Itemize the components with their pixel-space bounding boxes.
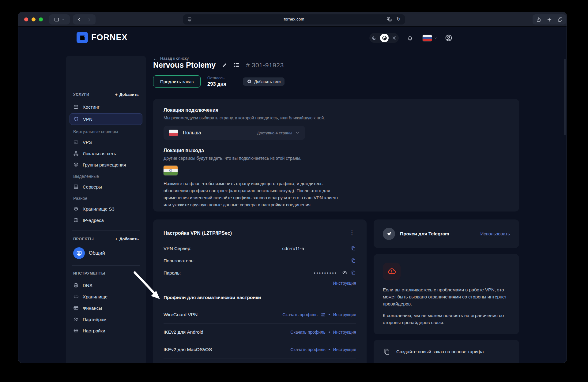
cloud-icon xyxy=(73,294,79,299)
download-profile-link[interactable]: Скачать профиль xyxy=(282,312,317,317)
country-selector[interactable]: Польша Доступно 4 страны xyxy=(164,126,305,140)
user-label: Пользователь: xyxy=(164,258,195,263)
light-theme-sun-icon[interactable] xyxy=(392,36,397,40)
divider xyxy=(72,265,140,266)
add-service-button[interactable]: + Добавить xyxy=(115,92,139,97)
instruction-link[interactable]: Инструкция xyxy=(333,347,356,352)
divider xyxy=(72,230,140,231)
profile-row-ikev2-android: IKEv2 для Android Скачать профиль • Инст… xyxy=(164,328,356,337)
sidebar-item-partners[interactable]: Партнёрам xyxy=(73,314,139,324)
copy-icon[interactable] xyxy=(351,258,356,263)
page-scrollbar[interactable] xyxy=(564,59,566,135)
new-tab-icon[interactable] xyxy=(547,17,552,22)
reload-icon[interactable]: ↻ xyxy=(397,16,401,22)
sidebar-item-project-common[interactable]: Общий xyxy=(73,246,139,260)
browser-window: fornex.com ↻ FORNEX xyxy=(18,12,567,363)
instruction-link[interactable]: Инструкция xyxy=(333,312,356,317)
back-nav-button[interactable] xyxy=(77,17,82,22)
india-flag-button[interactable] xyxy=(164,166,178,175)
plus-circle-icon xyxy=(247,79,252,84)
download-profile-link[interactable]: Скачать профиль xyxy=(290,347,325,352)
sidebar-item-vps[interactable]: VPS xyxy=(73,137,139,147)
instruction-link[interactable]: Инструкция xyxy=(333,281,356,286)
instruction-link[interactable]: Инструкция xyxy=(333,330,356,335)
add-tags-button[interactable]: Добавить теги xyxy=(243,77,285,86)
sidebar-item-settings[interactable]: Настройки xyxy=(73,326,139,335)
order-title: Nervous Ptolemy xyxy=(153,61,216,69)
order-id: # 301-91923 xyxy=(246,62,284,69)
box-icon xyxy=(73,206,79,212)
shield-icon xyxy=(74,116,79,122)
copy-icon[interactable] xyxy=(351,270,356,275)
add-project-button[interactable]: + Добавить xyxy=(115,236,139,242)
address-bar[interactable]: fornex.com ↻ xyxy=(183,14,405,24)
zoom-window-button[interactable] xyxy=(39,17,43,21)
sidebar-toggle-button[interactable] xyxy=(49,14,70,24)
kebab-menu-icon[interactable]: ⋮ xyxy=(348,230,356,235)
notifications-bell-icon[interactable] xyxy=(407,35,413,41)
window-actions-group xyxy=(533,14,566,24)
password-label: Пароль: xyxy=(164,270,181,275)
selected-country: Польша xyxy=(183,130,201,136)
exit-location-desc: Другие сервисы будут видеть, что вы подк… xyxy=(164,156,509,161)
remaining-value: 293 дня xyxy=(207,81,226,87)
server-label: VPN Сервер: xyxy=(164,246,191,251)
user-profile-icon[interactable] xyxy=(445,34,453,42)
telegram-proxy-title: Прокси для Telegram xyxy=(400,231,449,237)
language-selector[interactable] xyxy=(423,35,437,41)
sidebar-item-placement-groups[interactable]: Группы размещения xyxy=(73,160,139,170)
tools-section-header: ИНСТРУМЕНТЫ xyxy=(73,271,105,275)
share-icon[interactable] xyxy=(536,17,541,22)
url-text[interactable]: fornex.com xyxy=(183,17,405,21)
order-actions-row: Продлить заказ Осталось 293 дня Добавить… xyxy=(153,75,285,88)
history-nav-group xyxy=(73,14,96,24)
list-icon[interactable] xyxy=(233,62,240,68)
sidebar-item-servers[interactable]: Серверы xyxy=(73,182,139,192)
translate-icon[interactable] xyxy=(386,17,392,22)
services-section-header: УСЛУГИ xyxy=(73,92,89,97)
sidebar-item-dns[interactable]: DNS xyxy=(73,280,139,290)
profile-row-wireguard: WireGuard VPN Скачать профиль • Инструкц… xyxy=(164,310,356,319)
minimize-window-button[interactable] xyxy=(32,17,36,21)
people-icon xyxy=(73,316,79,322)
sidebar-item-local-network[interactable]: Локальная сеть xyxy=(73,148,139,158)
sidebar-item-s3-storage[interactable]: Хранилище S3 xyxy=(73,204,139,214)
auto-theme-active[interactable] xyxy=(380,34,389,42)
dark-theme-moon-icon[interactable] xyxy=(371,35,377,41)
edit-pencil-icon[interactable] xyxy=(222,62,227,68)
use-proxy-link[interactable]: Использовать xyxy=(480,231,510,236)
page: FORNEX xyxy=(18,27,567,363)
copy-icon[interactable] xyxy=(351,245,356,251)
exit-location-title: Локация выхода xyxy=(164,148,509,153)
sidebar-item-finance[interactable]: Финансы xyxy=(73,303,139,313)
misc-subheader: Разное xyxy=(73,196,139,201)
download-profile-link[interactable]: Скачать профиль xyxy=(290,330,325,335)
plus-icon: + xyxy=(115,236,118,242)
sidebar-panel-icon xyxy=(54,17,59,22)
server-value: cdn-ru11-a xyxy=(282,246,304,251)
forward-nav-button[interactable] xyxy=(86,17,92,22)
tab-overview-icon[interactable] xyxy=(557,17,563,22)
sidebar-item-storage[interactable]: Хранилище xyxy=(73,292,139,301)
server-rack-icon xyxy=(73,184,79,189)
divider xyxy=(164,323,356,324)
dedicated-subheader: Выделенные xyxy=(73,174,139,179)
divider xyxy=(164,341,356,341)
telegram-icon xyxy=(383,228,395,240)
back-arrow-icon: ← xyxy=(153,56,158,61)
new-order-card[interactable]: Создайте новый заказ на основе тарифа xyxy=(374,340,519,363)
renew-order-button[interactable]: Продлить заказ xyxy=(153,75,201,88)
theme-switcher[interactable] xyxy=(369,33,399,43)
fornex-logo[interactable]: FORNEX xyxy=(77,32,128,43)
layers-icon xyxy=(73,162,79,167)
qr-code-icon[interactable] xyxy=(321,312,326,317)
eye-icon[interactable] xyxy=(342,270,348,275)
vpn-settings-card: Настройка VPN (L2TP/IPSec) ⋮ VPN Сервер:… xyxy=(153,219,367,363)
sidebar-item-ip-addresses[interactable]: IP-адреса xyxy=(73,215,139,225)
vpn-password-row: Пароль: ●●●●●●●●● xyxy=(164,268,356,277)
back-to-list-link[interactable]: ← Назад к списку xyxy=(153,56,189,61)
network-icon xyxy=(73,151,79,156)
sidebar-item-vpn[interactable]: VPN xyxy=(70,113,142,125)
close-window-button[interactable] xyxy=(24,17,28,21)
sidebar-item-hosting[interactable]: Хостинг xyxy=(73,102,139,112)
